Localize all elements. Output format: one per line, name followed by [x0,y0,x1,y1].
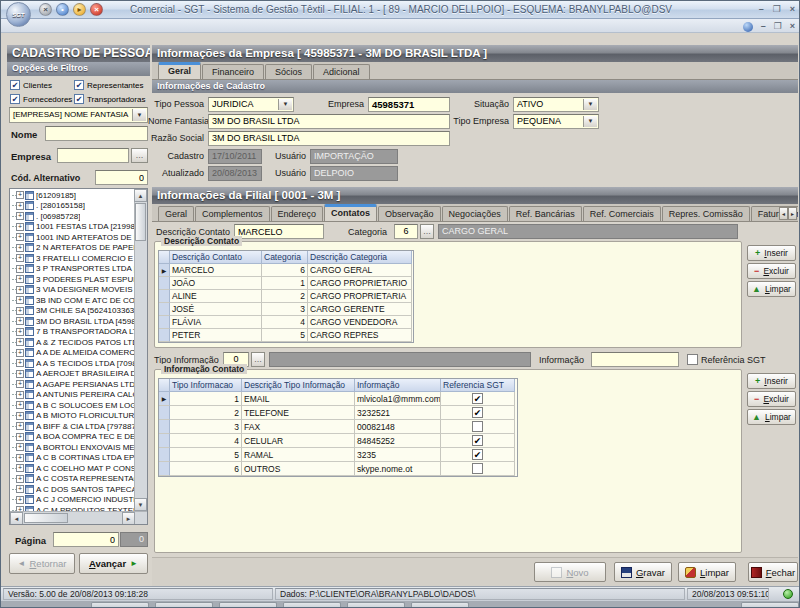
tree-item[interactable]: A C DOS SANTOS TAPECARIA ME [10,484,134,495]
expand-plus-icon[interactable] [16,391,24,399]
scroll-up-icon[interactable]: ▲ [134,189,147,202]
tab-geral[interactable]: Geral [158,62,201,79]
checkbox-icon[interactable]: ✔ [10,94,20,104]
tab-financeiro[interactable]: Financeiro [202,64,264,79]
tree-item[interactable]: A & Z TECIDOS PATOS LTDA [005 [10,337,134,348]
situacao-select[interactable]: ATIVO ▼ [513,97,599,112]
categoria-lookup-button[interactable]: … [420,224,434,239]
tipo-empresa-select[interactable]: PEQUENA ▼ [513,114,599,129]
minimize-icon[interactable] [759,3,764,16]
table-row[interactable]: JOÃO 1 CARGO PROPRIETARIO [159,277,413,290]
informacao-input[interactable] [591,352,679,367]
row-selector[interactable] [159,316,170,329]
footer-gravar-button[interactable]: Gravar [614,562,672,582]
row-selector[interactable] [159,420,170,434]
checkbox-icon[interactable]: ✔ [10,80,20,90]
scrollbar-thumb[interactable] [135,203,146,241]
tab-geral[interactable]: Geral [158,206,194,221]
column-header[interactable]: Tipo Informacao [170,379,242,392]
scroll-left-icon[interactable]: ◄ [10,512,23,525]
footer-limpar-button[interactable]: Limpar [678,562,736,582]
expand-plus-icon[interactable] [16,496,24,504]
expand-plus-icon[interactable] [16,359,24,367]
column-header[interactable]: Descrição Categoria [308,251,412,264]
expand-plus-icon[interactable] [16,443,24,451]
nome-fantasia-field[interactable]: 3M DO BRASIL LTDA [208,114,450,129]
tab-repres-comissao[interactable]: Repres. Comissão [662,206,750,221]
tree-item[interactable]: A AEROJET BRASILEIRA DE FIBE [10,369,134,380]
row-selector[interactable] [159,448,170,462]
minimize-icon[interactable] [761,20,766,33]
tree-item[interactable]: 7 B TRANSPORTADORA LTDA [20 [10,327,134,338]
sgt-checkbox[interactable]: ✔ [472,449,483,460]
tree-item[interactable]: 1001 FESTAS LTDA [21998802] [10,222,134,233]
row-selector[interactable] [159,277,170,290]
descricao-contato-input[interactable] [234,224,324,239]
expand-plus-icon[interactable] [16,422,24,430]
taskbar-button[interactable] [219,602,277,608]
scroll-right-icon[interactable]: ► [122,512,135,525]
sgt-checkbox[interactable] [472,463,483,474]
expand-plus-icon[interactable] [16,254,24,262]
taskbar-button[interactable] [155,602,213,608]
tree-item[interactable]: A BIFF & CIA LTDA [79788782] [10,421,134,432]
expand-plus-icon[interactable] [16,370,24,378]
informacao-excluir-button[interactable]: − Excluir [747,391,796,407]
tipo-informacao-lookup-button[interactable]: … [251,352,265,367]
tab-negociacoes[interactable]: Negociações [442,206,508,221]
row-selector[interactable] [159,290,170,303]
tree-item[interactable]: A ANTUNIS PEREIRA CALCADOS [10,390,134,401]
tree-item[interactable]: A AGAPE PERSIANAS LTDA [0140 [10,379,134,390]
tab-scroll-right-icon[interactable]: ► [788,207,797,220]
tree-item[interactable]: 1001 IND ARTEFATOS DE BORRA [10,232,134,243]
expand-plus-icon[interactable] [16,191,24,199]
tree-item[interactable]: 3M DO BRASIL LTDA [45985371] [10,316,134,327]
tree-item[interactable]: A A DE ALMEIDA COMERCIO ME [ [10,348,134,359]
row-selector[interactable] [159,303,170,316]
tree-item[interactable]: A B C SOLUCOES EM LOGISTICA [10,400,134,411]
tab-scroll-left-icon[interactable]: ◄ [779,207,788,220]
column-header[interactable]: Categoria [262,251,308,264]
scroll-down-icon[interactable]: ▼ [134,498,147,511]
expand-plus-icon[interactable] [16,212,24,220]
filter-checkbox[interactable]: ✔ Clientes [10,80,74,90]
tree-item[interactable]: . [280165158] [10,201,134,212]
table-row[interactable]: 2 TELEFONE 3232521 ✔ [159,406,517,420]
table-row[interactable]: 3 FAX 00082148 [159,420,517,434]
tree-item[interactable]: 3 PODERES PLAST ESPUMAS COL [10,274,134,285]
tree-item[interactable]: [61209185] [10,190,134,201]
tree-item[interactable]: A B MIOTO FLORICULTURA LTDA [10,411,134,422]
close-icon[interactable] [790,3,795,16]
table-row[interactable]: 4 CELULAR 84845252 ✔ [159,434,517,448]
tree-item[interactable]: 3 FRATELLI COMERCIO E CONFE [10,253,134,264]
search-mode-select[interactable]: [EMPRESAS] NOME FANTASIA ▼ [9,107,148,123]
tab-ref-bancarias[interactable]: Ref. Bancárias [509,206,582,221]
taskbar-button[interactable] [91,602,149,608]
row-selector[interactable] [159,462,170,476]
pagina-input[interactable] [53,532,119,547]
empresa-input[interactable] [57,148,129,163]
child-icon[interactable] [743,22,753,32]
table-row[interactable]: PETER 5 CARGO REPRES [159,329,413,342]
checkbox-icon[interactable]: ✔ [74,94,84,104]
expand-plus-icon[interactable] [16,485,24,493]
expand-plus-icon[interactable] [16,433,24,441]
table-row[interactable]: 6 OUTROS skype.nome.ot [159,462,517,476]
column-header[interactable]: Referencia SGT [441,379,515,392]
sgt-checkbox[interactable] [472,421,483,432]
empresa-lookup-button[interactable]: … [131,148,148,163]
expand-plus-icon[interactable] [16,202,24,210]
contatos-inserir-button[interactable]: + Inserir [747,245,796,261]
nome-input[interactable] [45,126,148,141]
footer-fechar-button[interactable]: Fechar [748,562,798,582]
referencia-sgt-checkbox[interactable] [687,354,698,365]
expand-plus-icon[interactable] [16,275,24,283]
filter-checkbox[interactable]: ✔ Transportadoras [74,94,146,104]
table-row[interactable]: 1 EMAIL mlvicola1@mmm.com ✔ [159,392,517,406]
razao-social-field[interactable]: 3M DO BRASIL LTDA [208,131,450,146]
column-header[interactable]: Informação [355,379,441,392]
tree-vertical-scrollbar[interactable]: ▲ ▼ [134,189,147,511]
restore-icon[interactable] [774,20,782,33]
tree-item[interactable]: A C B CORTINAS LTDA EPP [4483 [10,453,134,464]
expand-plus-icon[interactable] [16,349,24,357]
